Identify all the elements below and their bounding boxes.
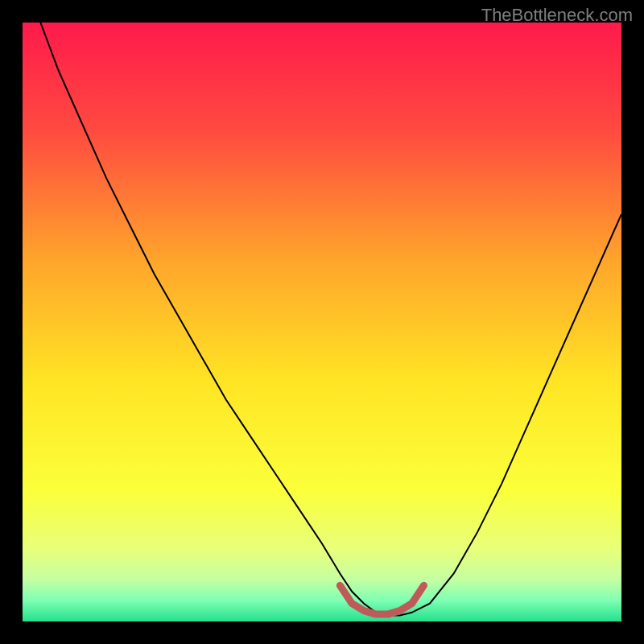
watermark-text: TheBottleneck.com <box>481 5 633 26</box>
chart-container: TheBottleneck.com <box>0 0 644 644</box>
gradient-background <box>23 23 621 621</box>
bottleneck-curve-chart <box>23 23 621 621</box>
plot-area <box>23 23 621 621</box>
